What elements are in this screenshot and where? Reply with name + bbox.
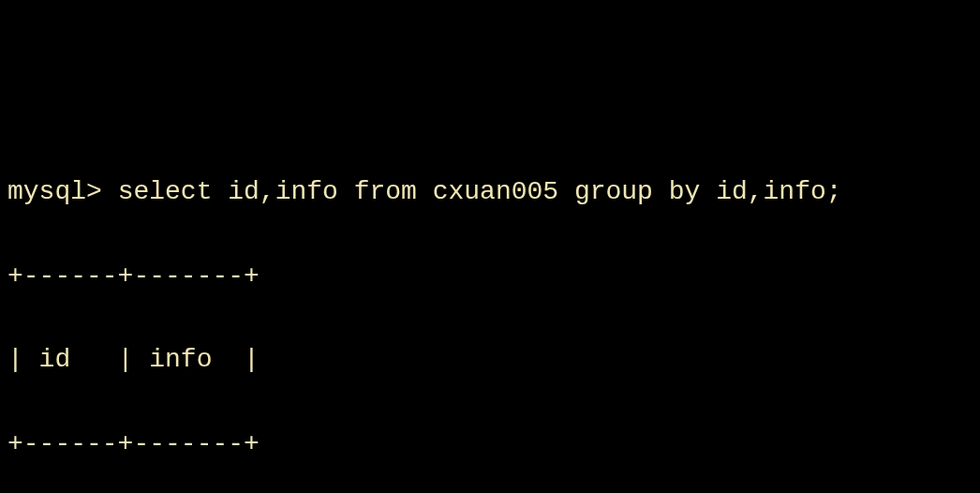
table-border-mid: +------+-------+ xyxy=(7,424,973,466)
sql-command: select id,info from cxuan005 group by id… xyxy=(118,177,842,206)
command-line[interactable]: mysql> select id,info from cxuan005 grou… xyxy=(7,172,973,214)
table-border-top: +------+-------+ xyxy=(7,256,973,298)
prompt: mysql> xyxy=(7,177,118,206)
table-header: | id | info | xyxy=(7,339,973,381)
